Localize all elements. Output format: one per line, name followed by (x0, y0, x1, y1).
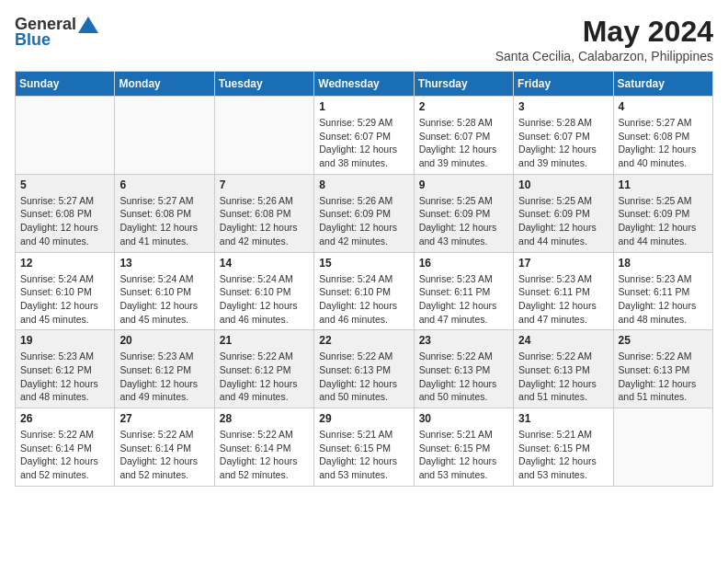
day-info: Sunrise: 5:22 AMSunset: 6:14 PMDaylight:… (220, 428, 309, 482)
calendar-cell: 21Sunrise: 5:22 AMSunset: 6:12 PMDayligh… (214, 330, 313, 408)
weekday-header-sunday: Sunday (16, 72, 115, 97)
day-info: Sunrise: 5:22 AMSunset: 6:14 PMDaylight:… (119, 428, 209, 482)
day-info: Sunrise: 5:21 AMSunset: 6:15 PMDaylight:… (518, 428, 608, 482)
calendar-cell (613, 408, 712, 487)
day-info: Sunrise: 5:28 AMSunset: 6:07 PMDaylight:… (518, 116, 608, 170)
calendar-cell: 28Sunrise: 5:22 AMSunset: 6:14 PMDayligh… (214, 408, 313, 487)
day-info: Sunrise: 5:23 AMSunset: 6:11 PMDaylight:… (419, 272, 508, 327)
calendar-cell: 11Sunrise: 5:25 AMSunset: 6:09 PMDayligh… (613, 174, 712, 252)
day-number: 8 (319, 178, 408, 191)
day-info: Sunrise: 5:25 AMSunset: 6:09 PMDaylight:… (518, 194, 608, 248)
weekday-header-tuesday: Tuesday (214, 72, 313, 97)
day-info: Sunrise: 5:24 AMSunset: 6:10 PMDaylight:… (20, 272, 109, 327)
day-info: Sunrise: 5:22 AMSunset: 6:14 PMDaylight:… (20, 428, 109, 482)
calendar-cell: 15Sunrise: 5:24 AMSunset: 6:10 PMDayligh… (314, 252, 414, 330)
day-number: 7 (220, 178, 309, 191)
calendar-cell: 5Sunrise: 5:27 AMSunset: 6:08 PMDaylight… (16, 174, 115, 252)
logo: General Blue (15, 15, 98, 50)
day-number: 17 (518, 257, 608, 270)
day-number: 31 (518, 412, 608, 425)
day-info: Sunrise: 5:22 AMSunset: 6:13 PMDaylight:… (619, 350, 708, 404)
calendar-week-row: 26Sunrise: 5:22 AMSunset: 6:14 PMDayligh… (16, 408, 713, 487)
day-number: 25 (619, 334, 708, 347)
calendar-cell (214, 97, 313, 175)
day-number: 27 (119, 412, 209, 425)
day-number: 10 (518, 178, 608, 191)
day-info: Sunrise: 5:23 AMSunset: 6:12 PMDaylight:… (119, 350, 209, 404)
day-number: 4 (619, 100, 708, 113)
day-info: Sunrise: 5:23 AMSunset: 6:11 PMDaylight:… (518, 272, 608, 327)
day-info: Sunrise: 5:23 AMSunset: 6:12 PMDaylight:… (20, 350, 109, 404)
calendar-cell: 7Sunrise: 5:26 AMSunset: 6:08 PMDaylight… (214, 174, 313, 252)
title-block: May 2024 Santa Cecilia, Calabarzon, Phil… (495, 15, 713, 63)
day-number: 19 (20, 334, 109, 347)
day-info: Sunrise: 5:22 AMSunset: 6:13 PMDaylight:… (518, 350, 608, 404)
calendar-cell: 24Sunrise: 5:22 AMSunset: 6:13 PMDayligh… (514, 330, 613, 408)
day-number: 11 (619, 178, 708, 191)
day-number: 2 (419, 100, 508, 113)
day-info: Sunrise: 5:25 AMSunset: 6:09 PMDaylight:… (419, 194, 508, 248)
calendar-cell: 16Sunrise: 5:23 AMSunset: 6:11 PMDayligh… (414, 252, 513, 330)
weekday-header-monday: Monday (115, 72, 214, 97)
day-number: 15 (319, 257, 408, 270)
day-info: Sunrise: 5:21 AMSunset: 6:15 PMDaylight:… (419, 428, 508, 482)
calendar-cell: 3Sunrise: 5:28 AMSunset: 6:07 PMDaylight… (514, 97, 613, 175)
weekday-header-row: SundayMondayTuesdayWednesdayThursdayFrid… (16, 72, 713, 97)
calendar-week-row: 12Sunrise: 5:24 AMSunset: 6:10 PMDayligh… (16, 252, 713, 330)
logo-blue-text: Blue (15, 30, 51, 50)
day-info: Sunrise: 5:22 AMSunset: 6:13 PMDaylight:… (319, 350, 408, 404)
day-number: 3 (518, 100, 608, 113)
svg-marker-0 (78, 17, 98, 33)
calendar-cell: 8Sunrise: 5:26 AMSunset: 6:09 PMDaylight… (314, 174, 414, 252)
calendar-cell: 23Sunrise: 5:22 AMSunset: 6:13 PMDayligh… (414, 330, 513, 408)
day-number: 14 (220, 257, 309, 270)
calendar-cell: 25Sunrise: 5:22 AMSunset: 6:13 PMDayligh… (613, 330, 712, 408)
day-info: Sunrise: 5:27 AMSunset: 6:08 PMDaylight:… (619, 116, 708, 170)
day-number: 26 (20, 412, 109, 425)
day-info: Sunrise: 5:26 AMSunset: 6:08 PMDaylight:… (220, 194, 309, 248)
day-info: Sunrise: 5:22 AMSunset: 6:12 PMDaylight:… (220, 350, 309, 404)
calendar-title: May 2024 (495, 15, 713, 49)
calendar-cell: 10Sunrise: 5:25 AMSunset: 6:09 PMDayligh… (514, 174, 613, 252)
day-info: Sunrise: 5:28 AMSunset: 6:07 PMDaylight:… (419, 116, 508, 170)
day-info: Sunrise: 5:22 AMSunset: 6:13 PMDaylight:… (419, 350, 508, 404)
calendar-cell: 17Sunrise: 5:23 AMSunset: 6:11 PMDayligh… (514, 252, 613, 330)
day-info: Sunrise: 5:27 AMSunset: 6:08 PMDaylight:… (20, 194, 109, 248)
weekday-header-friday: Friday (514, 72, 613, 97)
calendar-cell: 14Sunrise: 5:24 AMSunset: 6:10 PMDayligh… (214, 252, 313, 330)
day-number: 22 (319, 334, 408, 347)
day-info: Sunrise: 5:26 AMSunset: 6:09 PMDaylight:… (319, 194, 408, 248)
calendar-cell: 18Sunrise: 5:23 AMSunset: 6:11 PMDayligh… (613, 252, 712, 330)
day-number: 21 (220, 334, 309, 347)
calendar-location: Santa Cecilia, Calabarzon, Philippines (495, 49, 713, 63)
calendar-cell: 31Sunrise: 5:21 AMSunset: 6:15 PMDayligh… (514, 408, 613, 487)
calendar-cell: 13Sunrise: 5:24 AMSunset: 6:10 PMDayligh… (115, 252, 214, 330)
day-number: 9 (419, 178, 508, 191)
calendar-table: SundayMondayTuesdayWednesdayThursdayFrid… (15, 71, 713, 487)
weekday-header-saturday: Saturday (613, 72, 712, 97)
day-info: Sunrise: 5:23 AMSunset: 6:11 PMDaylight:… (619, 272, 708, 327)
day-number: 16 (419, 257, 508, 270)
day-number: 13 (119, 257, 209, 270)
day-number: 23 (419, 334, 508, 347)
day-info: Sunrise: 5:24 AMSunset: 6:10 PMDaylight:… (220, 272, 309, 327)
day-info: Sunrise: 5:21 AMSunset: 6:15 PMDaylight:… (319, 428, 408, 482)
day-info: Sunrise: 5:27 AMSunset: 6:08 PMDaylight:… (119, 194, 209, 248)
calendar-cell: 29Sunrise: 5:21 AMSunset: 6:15 PMDayligh… (314, 408, 414, 487)
day-number: 29 (319, 412, 408, 425)
day-number: 1 (319, 100, 408, 113)
day-number: 6 (119, 178, 209, 191)
calendar-cell: 26Sunrise: 5:22 AMSunset: 6:14 PMDayligh… (16, 408, 115, 487)
day-number: 30 (419, 412, 508, 425)
calendar-cell: 22Sunrise: 5:22 AMSunset: 6:13 PMDayligh… (314, 330, 414, 408)
day-number: 28 (220, 412, 309, 425)
calendar-cell: 27Sunrise: 5:22 AMSunset: 6:14 PMDayligh… (115, 408, 214, 487)
calendar-cell: 2Sunrise: 5:28 AMSunset: 6:07 PMDaylight… (414, 97, 513, 175)
day-info: Sunrise: 5:25 AMSunset: 6:09 PMDaylight:… (619, 194, 708, 248)
day-number: 12 (20, 257, 109, 270)
day-number: 18 (619, 257, 708, 270)
calendar-cell: 1Sunrise: 5:29 AMSunset: 6:07 PMDaylight… (314, 97, 414, 175)
calendar-week-row: 1Sunrise: 5:29 AMSunset: 6:07 PMDaylight… (16, 97, 713, 175)
day-info: Sunrise: 5:29 AMSunset: 6:07 PMDaylight:… (319, 116, 408, 170)
calendar-week-row: 5Sunrise: 5:27 AMSunset: 6:08 PMDaylight… (16, 174, 713, 252)
